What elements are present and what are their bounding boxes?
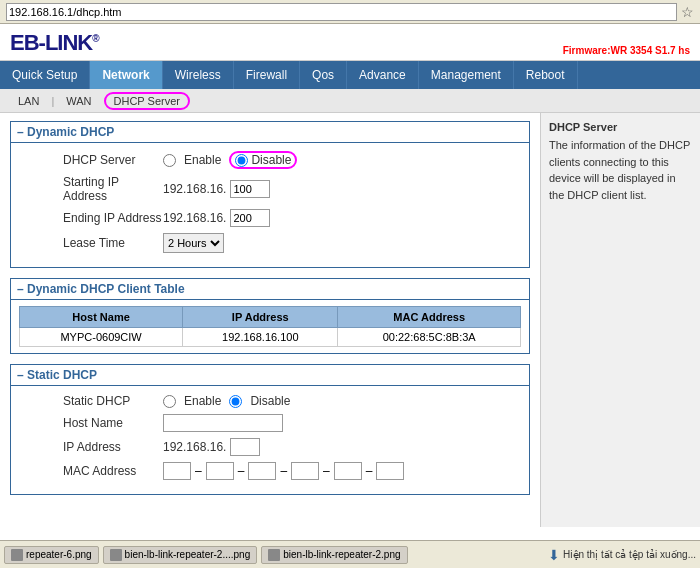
nav-reboot[interactable]: Reboot [514,61,578,89]
mac-address-control: – – – – – [163,462,404,480]
disable-label: Disable [251,153,291,167]
nav-firewall[interactable]: Firewall [234,61,300,89]
taskbar-item-2[interactable]: bien-lb-link-repeater-2....png [103,546,258,564]
ending-ip-control: 192.168.16. [163,209,270,227]
dhcp-server-control: Enable Disable [163,151,297,169]
static-disable-radio[interactable] [229,395,242,408]
host-name-control [163,414,283,432]
logo-text: EB-LINK [10,30,92,55]
static-disable-label: Disable [250,394,290,408]
dhcp-enable-radio[interactable] [163,154,176,167]
browser-bar: ☆ [0,0,700,24]
ending-ip-label: Ending IP Address [23,211,163,225]
static-enable-radio[interactable] [163,395,176,408]
starting-ip-row: Starting IP Address 192.168.16. [23,175,517,203]
starting-ip-control: 192.168.16. [163,180,270,198]
sub-nav: LAN | WAN DHCP Server [0,89,700,113]
starting-ip-input[interactable] [230,180,270,198]
url-bar[interactable] [6,3,677,21]
mac-input-4[interactable] [291,462,319,480]
ending-ip-row: Ending IP Address 192.168.16. [23,209,517,227]
firmware-version: Firmware:WR 3354 S1.7 hs [563,45,690,56]
taskbar: repeater-6.png bien-lb-link-repeater-2..… [0,540,700,568]
static-ip-prefix: 192.168.16. [163,440,226,454]
mac-input-3[interactable] [248,462,276,480]
cell-mac: 00:22:68:5C:8B:3A [338,328,521,347]
static-ip-row: IP Address 192.168.16. [23,438,517,456]
nav-advance[interactable]: Advance [347,61,419,89]
dhcp-server-row: DHCP Server Enable Disable [23,151,517,169]
mac-input-2[interactable] [206,462,234,480]
table-row: MYPC-0609CIW 192.168.16.100 00:22:68:5C:… [20,328,521,347]
col-host-name: Host Name [20,307,183,328]
taskbar-item-1[interactable]: repeater-6.png [4,546,99,564]
router-page: EB-LINK® Firmware:WR 3354 S1.7 hs Quick … [0,24,700,540]
ending-ip-prefix: 192.168.16. [163,211,226,225]
taskbar-icon-2 [110,549,122,561]
disable-circle: Disable [229,151,297,169]
static-dhcp-body: Static DHCP Enable Disable Host Name [11,386,529,494]
content-area: Dynamic DHCP DHCP Server Enable Disable [0,113,700,527]
static-dhcp-label: Static DHCP [23,394,163,408]
taskbar-label-3: bien-lb-link-repeater-2.png [283,549,400,560]
lease-time-control: 2 Hours [163,233,224,253]
nav-qos[interactable]: Qos [300,61,347,89]
mac-address-row: MAC Address – – – – – [23,462,517,480]
router-header: EB-LINK® Firmware:WR 3354 S1.7 hs [0,24,700,61]
nav-quick-setup[interactable]: Quick Setup [0,61,90,89]
dynamic-dhcp-title: Dynamic DHCP [11,122,529,143]
col-ip-address: IP Address [183,307,338,328]
main-nav: Quick Setup Network Wireless Firewall Qo… [0,61,700,89]
host-name-input[interactable] [163,414,283,432]
dhcp-client-table-title: Dynamic DHCP Client Table [11,279,529,300]
ending-ip-input[interactable] [230,209,270,227]
sidebar: DHCP Server The information of the DHCP … [540,113,700,527]
table-header-row: Host Name IP Address MAC Address [20,307,521,328]
cell-ip: 192.168.16.100 [183,328,338,347]
mac-address-label: MAC Address [23,464,163,478]
static-ip-control: 192.168.16. [163,438,260,456]
dhcp-client-table-body: Host Name IP Address MAC Address MYPC-06… [11,300,529,353]
dynamic-dhcp-body: DHCP Server Enable Disable Starting [11,143,529,267]
mac-input-5[interactable] [334,462,362,480]
static-dhcp-control: Enable Disable [163,394,290,408]
logo: EB-LINK® [10,30,99,56]
nav-network[interactable]: Network [90,61,162,89]
taskbar-item-3[interactable]: bien-lb-link-repeater-2.png [261,546,407,564]
lease-time-label: Lease Time [23,236,163,250]
dhcp-disable-radio[interactable] [235,154,248,167]
subnav-wan[interactable]: WAN [58,93,99,109]
nav-wireless[interactable]: Wireless [163,61,234,89]
dhcp-server-label: DHCP Server [23,153,163,167]
lease-time-select[interactable]: 2 Hours [163,233,224,253]
nav-management[interactable]: Management [419,61,514,89]
col-mac-address: MAC Address [338,307,521,328]
dhcp-client-table-section: Dynamic DHCP Client Table Host Name IP A… [10,278,530,354]
taskbar-icon-1 [11,549,23,561]
sidebar-title: DHCP Server [549,121,692,133]
download-arrow-icon: ⬇ [548,547,560,563]
dhcp-client-table: Host Name IP Address MAC Address MYPC-06… [19,306,521,347]
host-name-label: Host Name [23,416,163,430]
mac-input-6[interactable] [376,462,404,480]
enable-label: Enable [184,153,221,167]
static-dhcp-row: Static DHCP Enable Disable [23,394,517,408]
lease-time-row: Lease Time 2 Hours [23,233,517,253]
subnav-dhcp-server[interactable]: DHCP Server [104,92,190,110]
dynamic-dhcp-section: Dynamic DHCP DHCP Server Enable Disable [10,121,530,268]
main-content: Dynamic DHCP DHCP Server Enable Disable [0,113,540,527]
host-name-row: Host Name [23,414,517,432]
cell-host: MYPC-0609CIW [20,328,183,347]
mac-input-1[interactable] [163,462,191,480]
starting-ip-label: Starting IP Address [23,175,163,203]
taskbar-label-2: bien-lb-link-repeater-2....png [125,549,251,560]
taskbar-icon-3 [268,549,280,561]
static-dhcp-title: Static DHCP [11,365,529,386]
taskbar-download[interactable]: ⬇ Hiện thị tất cả tệp tải xuống... [548,547,696,563]
taskbar-label-1: repeater-6.png [26,549,92,560]
star-icon[interactable]: ☆ [681,4,694,20]
download-text: Hiện thị tất cả tệp tải xuống... [563,549,696,560]
starting-ip-prefix: 192.168.16. [163,182,226,196]
subnav-lan[interactable]: LAN [10,93,47,109]
static-ip-input[interactable] [230,438,260,456]
